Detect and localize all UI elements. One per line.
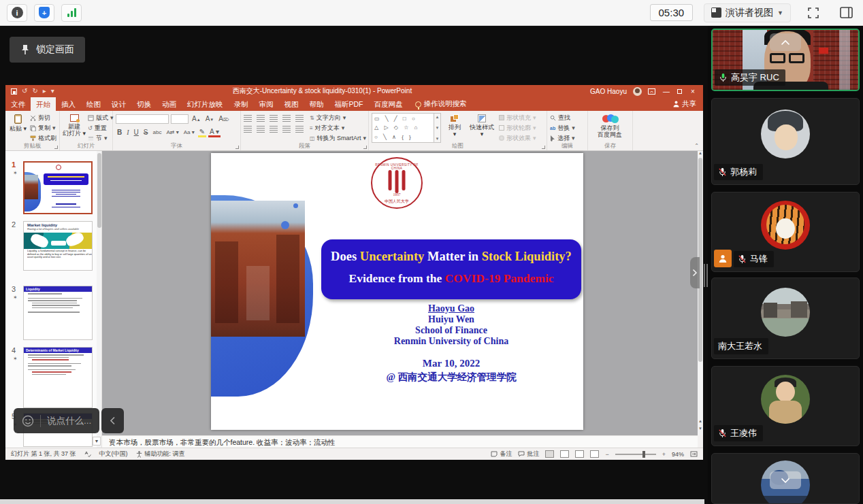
tab-review[interactable]: 审阅 <box>254 97 279 111</box>
shrink-font-button[interactable]: A▼ <box>204 115 216 122</box>
participant-tile-guoyangli[interactable]: 郭杨莉 <box>711 98 860 185</box>
italic-button[interactable]: I <box>125 129 130 136</box>
scroll-participants-down-button[interactable] <box>770 471 801 489</box>
underline-button[interactable]: U <box>133 129 140 136</box>
clear-formatting-button[interactable]: A⌦ <box>217 115 230 122</box>
align-center-icon[interactable] <box>257 126 265 133</box>
shape-fill-button[interactable]: 形状填充 ▾ <box>499 113 536 122</box>
account-avatar[interactable] <box>633 87 642 96</box>
shape-effects-button[interactable]: 形状效果 ▾ <box>499 133 536 143</box>
font-size-input[interactable] <box>171 114 189 124</box>
collapse-ribbon-button[interactable]: ⌃ <box>694 143 699 149</box>
tab-foxit-pdf[interactable]: 福昕PDF <box>329 97 369 111</box>
tab-transitions[interactable]: 切换 <box>131 97 157 111</box>
grow-font-button[interactable]: A▲ <box>191 115 202 122</box>
tab-design[interactable]: 设计 <box>106 97 131 111</box>
paragraph-dialog-launcher[interactable] <box>363 146 367 149</box>
participant-tile-wangruoshui[interactable]: 南大王若水 <box>711 278 860 359</box>
redo-icon[interactable]: ↻ <box>32 88 37 95</box>
notes-pane[interactable]: 资本市场，股票市场，非常重要的几个feature. 收益率；波动率；流动性 <box>102 435 698 448</box>
slideshow-view-button[interactable] <box>590 450 599 458</box>
convert-smartart-button[interactable]: ◫ 转换为 SmartArt ▾ <box>310 133 366 143</box>
tab-record[interactable]: 录制 <box>229 97 254 111</box>
highlight-color-button[interactable]: ✎ <box>198 128 206 137</box>
collapse-videos-button[interactable] <box>770 33 801 51</box>
participant-tile-mafeng[interactable]: 马锋 <box>711 192 860 272</box>
save-to-netdisk-button[interactable]: 保存到百度网盘 <box>591 113 629 143</box>
cut-button[interactable]: 剪切 <box>30 113 56 122</box>
tell-me-search[interactable]: 操作说明搜索 <box>415 97 467 111</box>
zoom-out-icon[interactable]: − <box>605 451 608 458</box>
find-button[interactable]: 查找 <box>550 113 575 122</box>
select-button[interactable]: 选择 ▾ <box>550 133 575 143</box>
shapes-gallery[interactable]: ▭ ╲ ╱ □ ○ △ ▷ ◇ ☆ ⌂ ○ ╲ ∧ { } <box>372 113 434 143</box>
tab-home[interactable]: 开始 <box>31 97 56 111</box>
restore-button[interactable] <box>677 89 682 94</box>
network-quality-button[interactable] <box>61 4 82 22</box>
tab-slideshow[interactable]: 幻灯片放映 <box>182 97 229 111</box>
ribbon-display-options-icon[interactable] <box>648 88 655 95</box>
tab-baidu-netdisk[interactable]: 百度网盘 <box>369 97 408 111</box>
text-direction-button[interactable]: ⇅ 文字方向 ▾ <box>310 113 366 122</box>
accessibility-status[interactable]: 辅助功能: 调查 <box>136 450 185 458</box>
normal-view-button[interactable] <box>545 450 554 458</box>
participant-tile-gaohaoyu[interactable]: 高昊宇 RUC <box>711 29 860 91</box>
format-painter-button[interactable]: 格式刷 <box>30 133 56 143</box>
share-button[interactable]: 共享 <box>673 97 703 111</box>
thumbnail-scrollbar[interactable] <box>97 151 102 448</box>
tab-file[interactable]: 文件 <box>5 97 31 111</box>
view-mode-button[interactable]: 演讲者视图 ▼ <box>704 3 791 22</box>
text-shadow-button[interactable]: abc <box>151 129 163 135</box>
zoom-level[interactable]: 94% <box>672 451 684 458</box>
replace-button[interactable]: ab 替换 ▾ <box>550 123 575 133</box>
align-right-icon[interactable] <box>270 126 278 133</box>
thumbnail-slide-2[interactable]: Market liquidity Having a lot of buyers … <box>23 221 93 271</box>
numbering-icon[interactable] <box>257 115 265 122</box>
align-left-icon[interactable] <box>244 126 252 133</box>
language-status[interactable]: 中文(中国) <box>99 450 128 458</box>
notes-collapse-button[interactable]: ▼ <box>93 437 101 446</box>
line-spacing-icon[interactable] <box>295 115 304 122</box>
tab-animations[interactable]: 动画 <box>157 97 182 111</box>
font-name-input[interactable] <box>116 114 169 124</box>
slide-canvas[interactable]: RENMIN UNIVERSITY OF CHINA 1937 中国人民大学 <box>211 153 583 430</box>
next-slide-button[interactable]: ▼ <box>698 426 703 431</box>
undo-icon[interactable]: ↺ <box>22 88 27 95</box>
clipboard-dialog-launcher[interactable] <box>54 146 58 149</box>
chat-collapse-button[interactable] <box>101 408 124 433</box>
bold-button[interactable]: B <box>116 129 123 136</box>
increase-indent-icon[interactable] <box>282 115 291 122</box>
close-button[interactable]: × <box>688 88 698 95</box>
quick-styles-button[interactable]: 快速样式▾ <box>468 113 495 143</box>
character-spacing-button[interactable]: A⇄ ▾ <box>165 129 180 135</box>
participant-tile-wanglingwei[interactable]: 王凌伟 <box>711 366 860 446</box>
new-slide-button[interactable]: 新建幻灯片 ▾ <box>63 113 86 143</box>
shapes-gallery-scroll[interactable]: ▲▼▼ <box>434 113 441 143</box>
tab-draw[interactable]: 绘图 <box>81 97 106 111</box>
font-color-button[interactable]: A ▾ <box>208 128 221 137</box>
reset-button[interactable]: ↺ 重置 <box>88 123 114 133</box>
tab-view[interactable]: 视图 <box>279 97 304 111</box>
notes-toggle-button[interactable]: 备注 <box>491 450 512 458</box>
slide-sorter-view-button[interactable] <box>560 450 569 458</box>
justify-icon[interactable] <box>282 126 291 133</box>
panel-expand-tab[interactable] <box>690 257 700 288</box>
fit-slide-icon[interactable] <box>690 451 698 457</box>
zoom-in-icon[interactable]: + <box>662 451 666 458</box>
font-dialog-launcher[interactable] <box>235 146 239 149</box>
columns-icon[interactable] <box>295 126 304 133</box>
bullets-icon[interactable] <box>244 115 252 122</box>
decrease-indent-icon[interactable] <box>270 115 278 122</box>
tab-insert[interactable]: 插入 <box>56 97 81 111</box>
spell-check-icon[interactable] <box>84 451 91 458</box>
layout-button[interactable]: 版式 ▾ <box>88 113 114 122</box>
strikethrough-button[interactable]: S <box>142 129 150 136</box>
shape-outline-button[interactable]: 形状轮廓 ▾ <box>499 123 536 133</box>
side-panel-toggle-button[interactable] <box>836 4 856 22</box>
participant-tile-partial[interactable] <box>711 453 860 504</box>
previous-slide-button[interactable]: ▲ <box>698 419 703 423</box>
copy-button[interactable]: 复制 ▾ <box>30 123 56 133</box>
thumbnail-slide-1[interactable] <box>23 161 93 214</box>
section-button[interactable]: 节 ▾ <box>88 133 114 143</box>
fullscreen-button[interactable] <box>803 4 824 22</box>
